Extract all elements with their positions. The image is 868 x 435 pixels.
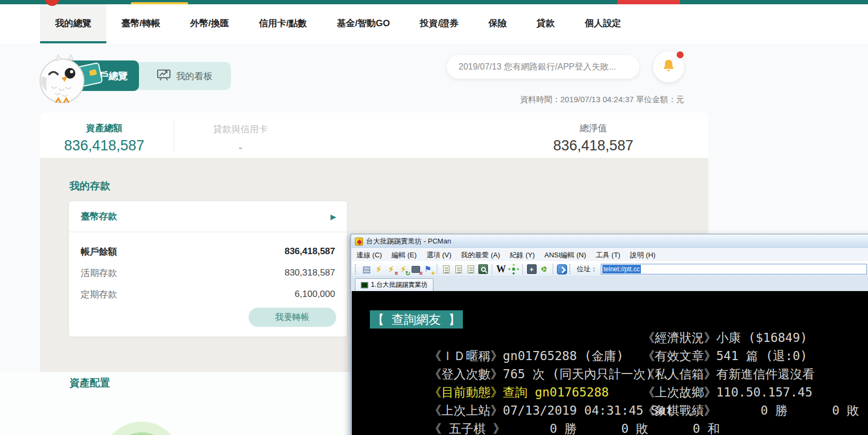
main-nav: 我的總覽 臺幣/轉帳 外幣/換匯 信用卡/點數 基金/智動GO 投資/證券 保險… [0, 4, 868, 43]
deposit-rows: 帳戶餘額 836,418,587 活期存款 830,318,587 定期存款 6… [69, 232, 347, 305]
terminal-cell: 《有效文章》541 篇 (退:0) [642, 347, 808, 365]
asset-total-label: 資產總額 [40, 122, 168, 134]
site-list-icon[interactable]: ▤ [360, 263, 373, 276]
toolbar-separator [553, 264, 553, 274]
terminal-row: 《登入次數》765 次 (同天內只計一次) 《有效文章》541 篇 (退:0) [370, 347, 868, 365]
copy-icon[interactable] [440, 263, 452, 276]
address-input[interactable]: telnet://ptt.cc [601, 264, 867, 274]
fullscreen-icon[interactable]: + [525, 263, 538, 276]
terminal-header: 【 查詢網友 】 [370, 310, 463, 329]
terminal-row: 《ＩＤ暱稱》gn01765288 (金庸) 《經濟狀況》小康 ($16849) [370, 329, 868, 347]
paste-icon[interactable] [464, 263, 477, 276]
close-connection-icon[interactable]: × [409, 263, 422, 276]
menu-tools[interactable]: 工具 (T) [591, 250, 625, 260]
pcman-app-icon [355, 238, 363, 246]
my-board-button[interactable]: 我的看板 [138, 62, 231, 90]
asset-summary-card: 資產總額 836,418,587 貸款與信用卡 - 總淨值 836,418,58… [40, 112, 708, 158]
nav-tab-investment[interactable]: 投資/證券 [405, 4, 474, 43]
nav-tab-twd-transfer[interactable]: 臺幣/轉帳 [106, 4, 175, 43]
menu-ansi-edit[interactable]: ANSI編輯 (N) [539, 250, 591, 260]
bbs-session-tab[interactable]: 1.台大批踢踢實業坊 [355, 278, 433, 291]
terminal-row: 《 五子棋 》 0 勝 0 敗 0 和 《象棋戰績》 0 勝 0 敗 [370, 401, 868, 419]
connect-icon[interactable]: ⚡ [373, 263, 385, 276]
toolbar-separator [437, 264, 437, 274]
toolbar-separator [522, 264, 523, 274]
nav-tab-loan[interactable]: 貸款 [522, 4, 570, 43]
pcman-window-title: 台大批踢踢實業坊 - PCMan [366, 236, 451, 246]
top-brand-bar [0, 0, 868, 4]
asset-total-value: 836,418,587 [40, 138, 168, 154]
terminal-cell: 《經濟狀況》小康 ($16849) [642, 329, 808, 347]
allocation-section-title: 資產配置 [69, 376, 110, 390]
loan-credit-value: - [176, 141, 305, 155]
divider [174, 121, 174, 152]
bbs-terminal: 【 查詢網友 】 《ＩＤ暱稱》gn01765288 (金庸) 《經濟狀況》小康 … [352, 291, 868, 435]
wikipedia-search-icon[interactable]: W [495, 263, 507, 276]
terminal-cell: 《上次故鄉》110.50.157.45 [642, 383, 812, 401]
notification-badge [677, 51, 684, 58]
twd-deposit-header[interactable]: 臺幣存款 ▶ [69, 201, 347, 232]
row-value: 830,318,587 [284, 268, 335, 278]
menu-options[interactable]: 選項 (V) [422, 250, 456, 260]
asset-total-tab[interactable]: 資產總額 836,418,587 [40, 122, 168, 154]
chevron-right-icon: ▶ [330, 212, 336, 221]
menu-history[interactable]: 紀錄 (Y) [505, 250, 540, 260]
menu-favorites[interactable]: 我的最愛 (A) [456, 250, 505, 260]
ansi-preview-icon[interactable] [477, 263, 489, 276]
deposit-row-time: 定期存款 6,100,000 [81, 284, 335, 305]
disconnect-icon[interactable]: ⚡× [385, 263, 397, 276]
data-timestamp: 資料時間：2019/07/13 04:24:37 單位金額：元 [520, 95, 684, 105]
net-worth-block: 總淨值 836,418,587 [513, 122, 673, 154]
notification-bubble[interactable]: 2019/07/13 您有網路銀行/APP登入失敗... [447, 55, 639, 79]
row-label: 帳戶餘額 [81, 246, 117, 258]
row-label: 定期存款 [81, 288, 117, 301]
menu-connection[interactable]: 連線 (C) [352, 250, 387, 260]
loan-credit-label: 貸款與信用卡 [176, 123, 305, 135]
nav-tab-settings[interactable]: 個人設定 [570, 4, 636, 43]
terminal-cell: 《象棋戰績》 0 勝 0 敗 [642, 401, 859, 419]
terminal-cell: 《 五子棋 》 0 勝 0 敗 0 和 [429, 422, 720, 435]
net-worth-value: 836,418,587 [513, 138, 673, 154]
toolbar-separator [492, 264, 492, 274]
my-board-label: 我的看板 [176, 70, 213, 82]
toolbar-grip[interactable] [569, 264, 572, 274]
address-value: telnet://ptt.cc [602, 265, 641, 273]
terminal-cell: 《私人信箱》有新進信件還沒看 [642, 365, 815, 383]
menu-edit[interactable]: 編輯 (E) [387, 250, 422, 260]
toolbar-grip[interactable] [355, 264, 358, 274]
nav-tab-insurance[interactable]: 保險 [474, 4, 522, 43]
terminal-icon [361, 282, 368, 288]
owl-mascot [36, 50, 106, 106]
row-label: 活期存款 [81, 267, 117, 279]
pcman-toolbar: ▤ ⚡ ⚡× ⚡↻ × ⚑+ W + 位址： telnet://ptt.cc [352, 261, 868, 277]
screen: 我的總覽 臺幣/轉帳 外幣/換匯 信用卡/點數 基金/智動GO 投資/證券 保險… [0, 0, 868, 435]
logout-button-strip[interactable] [617, 0, 680, 4]
nav-tab-overview[interactable]: 我的總覽 [40, 4, 106, 43]
nav-tab-foreign-exchange[interactable]: 外幣/換匯 [175, 4, 244, 43]
loan-credit-tab[interactable]: 貸款與信用卡 - [176, 123, 305, 155]
deposit-row-demand: 活期存款 830,318,587 [81, 262, 335, 284]
reconnect-icon[interactable]: ⚡↻ [397, 263, 409, 276]
bbs-tab-label: 1.台大批踢踢實業坊 [371, 280, 428, 289]
dictionary-icon[interactable] [507, 263, 520, 276]
deposit-row-balance: 帳戶餘額 836,418,587 [81, 241, 335, 262]
pcman-tabbar: 1.台大批踢踢實業坊 [352, 277, 868, 291]
pcman-menubar: 連線 (C) 編輯 (E) 選項 (V) 我的最愛 (A) 紀錄 (Y) ANS… [352, 248, 868, 261]
pcman-window: 台大批踢踢實業坊 - PCMan 連線 (C) 編輯 (E) 選項 (V) 我的… [350, 234, 868, 435]
net-worth-label: 總淨值 [513, 122, 673, 134]
brand-accent-strip [131, 2, 188, 4]
deposits-section-title: 我的存款 [69, 179, 110, 193]
menu-help[interactable]: 說明 (H) [625, 250, 661, 260]
nav-tab-funds[interactable]: 基金/智動GO [322, 4, 405, 43]
row-value: 836,418,587 [284, 246, 335, 257]
pcman-titlebar[interactable]: 台大批踢踢實業坊 - PCMan [352, 234, 868, 248]
terminal-row: 《目前動態》查詢 gn01765288 《私人信箱》有新進信件還沒看 [370, 365, 868, 383]
address-label: 位址： [577, 264, 598, 274]
row-value: 6,100,000 [294, 289, 335, 300]
transfer-button[interactable]: 我要轉帳 [249, 308, 336, 327]
nav-tab-credit-card[interactable]: 信用卡/點數 [244, 4, 322, 43]
pcman-home-icon[interactable] [556, 263, 568, 276]
settings-gear-icon[interactable] [538, 263, 550, 276]
copy-ansi-icon[interactable] [452, 263, 464, 276]
add-bookmark-icon[interactable]: ⚑+ [422, 263, 434, 276]
